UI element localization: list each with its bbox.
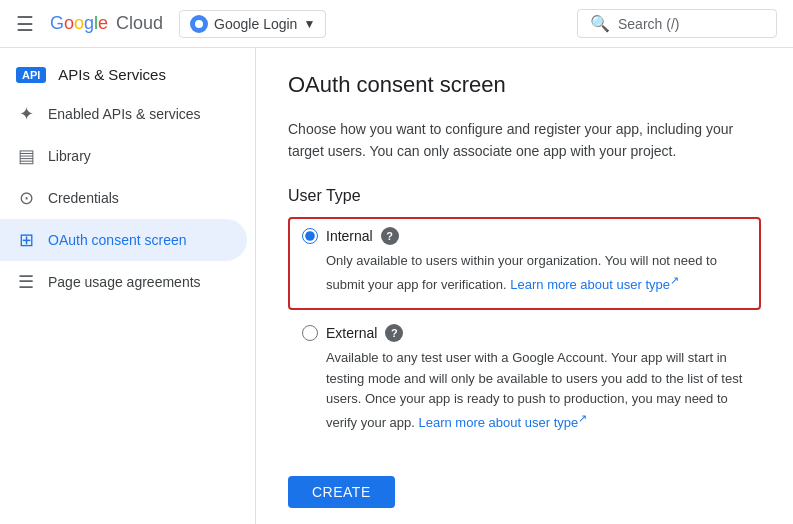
internal-learn-more-text: Learn more about user type (510, 277, 670, 292)
internal-description: Only available to users within your orga… (302, 251, 747, 296)
internal-option[interactable]: Internal ? Only available to users withi… (288, 217, 761, 310)
sidebar-label-oauth-consent: OAuth consent screen (48, 232, 187, 248)
external-label-text: External (326, 325, 377, 341)
internal-label-text: Internal (326, 228, 373, 244)
main-layout: API APIs & Services ✦ Enabled APIs & ser… (0, 48, 793, 524)
page-description: Choose how you want to configure and reg… (288, 118, 761, 163)
sidebar-item-page-usage[interactable]: ☰ Page usage agreements (0, 261, 247, 303)
external-option[interactable]: External ? Available to any test user wi… (288, 314, 761, 449)
topbar: ☰ Google Cloud Google Login ▼ 🔍 Search (… (0, 0, 793, 48)
library-icon: ▤ (16, 145, 36, 167)
project-dot-icon (190, 15, 208, 33)
external-learn-more-link[interactable]: Learn more about user type↗ (419, 415, 588, 430)
project-selector-label: Google Login (214, 16, 297, 32)
content-area: OAuth consent screen Choose how you want… (256, 48, 793, 524)
oauth-icon: ⊞ (16, 229, 36, 251)
sidebar-label-enabled-apis: Enabled APIs & services (48, 106, 201, 122)
internal-help-icon[interactable]: ? (381, 227, 399, 245)
sidebar-item-oauth-consent[interactable]: ⊞ OAuth consent screen (0, 219, 247, 261)
external-link-icon-2: ↗ (578, 412, 587, 424)
chevron-down-icon: ▼ (303, 17, 315, 31)
sidebar-label-credentials: Credentials (48, 190, 119, 206)
project-selector[interactable]: Google Login ▼ (179, 10, 326, 38)
sidebar-label-library: Library (48, 148, 91, 164)
internal-learn-more-link[interactable]: Learn more about user type↗ (510, 277, 679, 292)
external-link-icon: ↗ (670, 274, 679, 286)
hamburger-menu-icon[interactable]: ☰ (16, 12, 34, 36)
user-type-title: User Type (288, 187, 761, 205)
api-badge: API (16, 67, 46, 83)
internal-radio-input[interactable] (302, 228, 318, 244)
sidebar-item-enabled-apis[interactable]: ✦ Enabled APIs & services (0, 93, 247, 135)
cloud-text: Cloud (116, 13, 163, 34)
logo-area: Google Cloud (50, 13, 163, 34)
sidebar: API APIs & Services ✦ Enabled APIs & ser… (0, 48, 256, 524)
sidebar-api-header: API APIs & Services (0, 56, 255, 93)
search-placeholder: Search (/) (618, 16, 679, 32)
external-description: Available to any test user with a Google… (302, 348, 747, 435)
page-icon: ☰ (16, 271, 36, 293)
sidebar-item-library[interactable]: ▤ Library (0, 135, 247, 177)
search-icon: 🔍 (590, 14, 610, 33)
create-button[interactable]: CREATE (288, 476, 395, 508)
sidebar-header-label: APIs & Services (58, 66, 166, 83)
user-type-section: User Type Internal ? Only available to u… (288, 187, 761, 508)
sidebar-item-credentials[interactable]: ⊙ Credentials (0, 177, 247, 219)
external-help-icon[interactable]: ? (385, 324, 403, 342)
page-title: OAuth consent screen (288, 72, 761, 98)
external-learn-more-text: Learn more about user type (419, 415, 579, 430)
external-radio-label[interactable]: External ? (302, 324, 747, 342)
external-radio-input[interactable] (302, 325, 318, 341)
sidebar-label-page-usage: Page usage agreements (48, 274, 201, 290)
search-box[interactable]: 🔍 Search (/) (577, 9, 777, 38)
google-logo: Google (50, 13, 108, 34)
internal-radio-label[interactable]: Internal ? (302, 227, 747, 245)
key-icon: ⊙ (16, 187, 36, 209)
star-icon: ✦ (16, 103, 36, 125)
